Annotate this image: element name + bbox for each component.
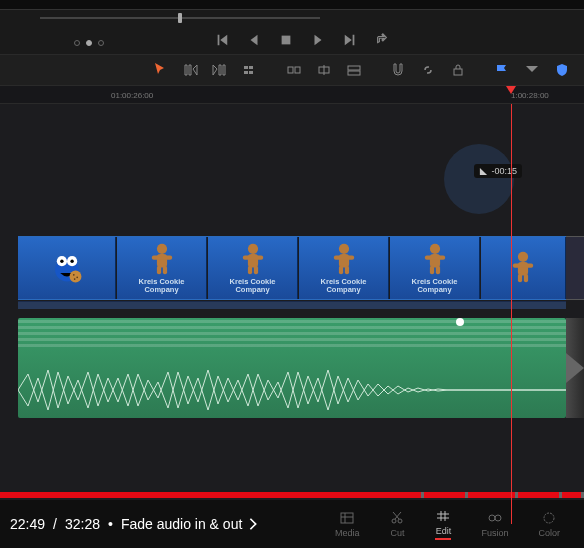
stop-button[interactable] (279, 33, 293, 47)
waveform-icon (18, 362, 566, 418)
step-back-icon (247, 33, 261, 47)
progress-fill (0, 492, 412, 498)
svg-rect-0 (282, 36, 291, 45)
svg-rect-25 (156, 266, 160, 275)
clip-label: Kreis CookieCompany (230, 278, 276, 295)
blade-tool[interactable] (242, 61, 258, 79)
fade-duration-badge: -00:15 (474, 164, 522, 178)
video-clip-kris-5[interactable] (481, 237, 566, 299)
ruler-timecode-2: 1:00:28:00 (511, 91, 549, 100)
flag-menu[interactable] (524, 61, 540, 79)
media-icon (339, 510, 355, 526)
gingerbread-icon (327, 242, 361, 276)
view-dots[interactable] (74, 40, 104, 46)
play-icon (311, 33, 325, 47)
stop-icon (279, 33, 293, 47)
svg-rect-10 (454, 69, 462, 75)
cookie-monster-icon (50, 251, 84, 285)
retime-tool[interactable] (390, 61, 406, 79)
gingerbread-icon (145, 242, 179, 276)
chapter-button[interactable]: Fade audio in & out (121, 516, 260, 532)
link-tool[interactable] (420, 61, 436, 79)
cut-icon (389, 510, 405, 526)
svg-point-18 (69, 271, 81, 283)
fade-handle[interactable] (456, 318, 464, 326)
time-sep: / (53, 516, 57, 532)
page-fusion[interactable]: Fusion (481, 510, 508, 538)
svg-rect-9 (348, 71, 360, 75)
svg-rect-4 (249, 71, 253, 74)
svg-point-42 (518, 252, 528, 262)
chevron-right-icon (246, 517, 260, 531)
page-edit[interactable]: Edit (435, 508, 451, 540)
video-clip-kris-2[interactable]: Kreis CookieCompany (208, 237, 298, 299)
loop-icon (375, 33, 389, 47)
timeline-canvas[interactable]: Kreis CookieCompany Kreis CookieCompany … (0, 104, 584, 524)
skip-back-icon (215, 33, 229, 47)
svg-rect-29 (242, 255, 262, 259)
svg-point-19 (72, 274, 74, 276)
insert-icon (286, 62, 302, 78)
edit-icon (435, 508, 451, 524)
audio-lanes (18, 320, 566, 360)
time-duration: 32:28 (65, 516, 100, 532)
video-player-bar: 22:49 / 32:28 • Fade audio in & out Medi… (0, 500, 584, 548)
svg-rect-46 (524, 274, 528, 283)
clip-label: Kreis CookieCompany (412, 278, 458, 295)
video-track-1[interactable]: Kreis CookieCompany Kreis CookieCompany … (18, 236, 566, 300)
chevron-down-icon (524, 62, 540, 78)
window-top-strip (0, 0, 584, 10)
flag-tool[interactable] (494, 61, 510, 79)
playhead-extended (511, 104, 512, 500)
shield-icon (554, 62, 570, 78)
svg-point-50 (489, 515, 495, 521)
overwrite-tool[interactable] (316, 61, 332, 79)
svg-point-17 (70, 260, 73, 263)
video-clip-kris-3[interactable]: Kreis CookieCompany (299, 237, 389, 299)
time-current: 22:49 (10, 516, 45, 532)
skip-fwd-button[interactable] (343, 33, 357, 47)
timeline-ruler[interactable]: 01:00:26:00 1:00:28:00 (0, 86, 584, 104)
selection-tool[interactable] (152, 61, 168, 79)
marker-tool[interactable] (554, 61, 570, 79)
loop-button[interactable] (375, 33, 389, 47)
zoom-slider-thumb[interactable] (178, 13, 182, 23)
video-clip-kris-4[interactable]: Kreis CookieCompany (390, 237, 480, 299)
edit-toolbar (0, 54, 584, 86)
svg-rect-45 (518, 274, 522, 283)
svg-point-52 (544, 513, 554, 523)
play-button[interactable] (311, 33, 325, 47)
fade-badge-icon (479, 167, 488, 176)
gingerbread-icon (418, 242, 452, 276)
page-media[interactable]: Media (335, 510, 360, 538)
svg-point-37 (429, 243, 439, 253)
progress-bar[interactable] (0, 492, 584, 498)
svg-rect-2 (249, 66, 253, 69)
step-back-button[interactable] (247, 33, 261, 47)
svg-rect-36 (344, 266, 348, 275)
lock-tool[interactable] (450, 61, 466, 79)
svg-rect-5 (288, 67, 293, 73)
video-track-tail (566, 236, 584, 300)
svg-point-49 (398, 519, 402, 523)
page-color[interactable]: Color (538, 510, 560, 538)
replace-icon (346, 62, 362, 78)
video-clip-cookie-monster[interactable] (18, 237, 116, 299)
svg-point-32 (338, 243, 348, 253)
skip-back-button[interactable] (215, 33, 229, 47)
svg-rect-26 (162, 266, 166, 275)
video-clip-kris-1[interactable]: Kreis CookieCompany (117, 237, 207, 299)
chapter-title: Fade audio in & out (121, 516, 242, 532)
svg-rect-35 (338, 266, 342, 275)
insert-tool[interactable] (286, 61, 302, 79)
page-cut[interactable]: Cut (389, 510, 405, 538)
trim-end-tool[interactable] (212, 61, 228, 79)
replace-tool[interactable] (346, 61, 362, 79)
trim-start-tool[interactable] (182, 61, 198, 79)
cursor-highlight (444, 144, 514, 214)
dot-current (86, 40, 92, 46)
clip-label: Kreis CookieCompany (321, 278, 367, 295)
svg-point-48 (392, 519, 396, 523)
svg-rect-47 (341, 513, 353, 523)
audio-track-1[interactable] (18, 318, 566, 418)
